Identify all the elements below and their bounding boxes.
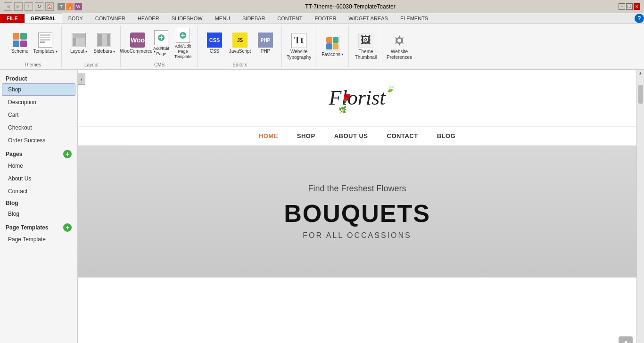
sidebar-main <box>102 34 106 46</box>
v-scroll-thumb[interactable] <box>638 85 643 104</box>
layout-items: Layout ▾ Sidebars ▾ <box>66 25 116 61</box>
add-page-btn[interactable]: + <box>63 150 72 158</box>
php-btn[interactable]: PHP PHP <box>253 29 278 57</box>
collapse-sidebar-btn[interactable]: ‹ <box>78 74 85 85</box>
tab-menu[interactable]: MENU <box>209 13 236 23</box>
nav-contact[interactable]: CONTACT <box>387 132 418 139</box>
tab-header[interactable]: HEADER <box>132 13 165 23</box>
website-preferences-btn[interactable]: Website Preferences <box>387 31 412 63</box>
tab-sidebar[interactable]: SIDEBAR <box>236 13 271 23</box>
woocommerce-btn[interactable]: Woo WooCommerce ▾ <box>125 29 150 57</box>
nav-about-us[interactable]: ABOUT US <box>334 132 368 139</box>
preview-hero: Find the Freshest Flowers BOUQUETS FOR A… <box>78 146 636 278</box>
close-btn[interactable]: ✕ <box>634 3 640 10</box>
favicons-icon <box>325 36 340 51</box>
vertical-scrollbar[interactable]: ▲ ▼ <box>636 70 644 343</box>
favicons-label: Favicons <box>322 52 340 57</box>
sidebar-item-shop[interactable]: Shop <box>2 83 75 96</box>
scheme-cell-4 <box>20 41 27 47</box>
thumbnail-icon: 🖼 <box>358 33 373 48</box>
restore-btn[interactable]: ❐ <box>626 3 633 10</box>
sidebar-item-contact[interactable]: Contact <box>2 185 75 197</box>
sidebars-btn[interactable]: Sidebars ▾ <box>92 29 116 57</box>
javascript-icon: JS <box>232 33 248 48</box>
woocommerce-icon: Woo <box>130 33 145 48</box>
sidebar-item-about-us[interactable]: About Us <box>2 172 75 185</box>
logo-container: F 🌹 lorist 🍃 🌿 <box>329 86 386 110</box>
add-edit-template-label: Add/Edit Page Template <box>174 44 192 59</box>
app-icon-woo: W <box>74 3 82 10</box>
layout-icon <box>71 33 86 48</box>
sidebar-item-description[interactable]: Description <box>2 96 75 108</box>
scroll-up-arrow[interactable]: ▲ <box>638 71 643 75</box>
add-template-btn[interactable]: + <box>63 223 72 232</box>
layout-label: Layout <box>70 49 84 54</box>
templates-btn[interactable]: Templates ▾ <box>33 29 58 57</box>
section-pages-title: Pages <box>6 151 22 157</box>
tab-body[interactable]: BODY <box>62 13 89 23</box>
tab-general[interactable]: GENERAL <box>25 13 62 23</box>
nav-forward-btn[interactable]: ▶ <box>14 2 23 11</box>
editors-items: CSS CSS JS JavaScript PHP PHP <box>202 25 278 61</box>
css-label: CSS <box>210 49 220 54</box>
title-bar-left: ◀ ▶ ↑ ↻ 🏠 T 🔥 W <box>4 2 82 11</box>
layout-btn[interactable]: Layout ▾ <box>66 29 91 57</box>
title-bar-controls: − ❐ ✕ <box>619 3 640 10</box>
scheme-icon <box>12 33 27 48</box>
tab-file[interactable]: FILE <box>0 14 25 23</box>
nav-up-btn[interactable]: ↑ <box>25 2 33 11</box>
minimize-btn[interactable]: − <box>619 3 625 10</box>
scroll-to-top-btn[interactable]: ⬆ <box>619 336 633 343</box>
nav-refresh-btn[interactable]: ↻ <box>35 2 43 11</box>
small-flower-icon: 🌿 <box>339 106 347 114</box>
tab-slideshow[interactable]: SLIDESHOW <box>165 13 209 23</box>
layout-label-row: Layout ▾ <box>70 49 87 54</box>
section-product-title: Product <box>2 74 75 83</box>
preview-nav: HOME SHOP ABOUT US CONTACT BLOG <box>78 126 636 146</box>
scheme-btn[interactable]: Scheme <box>8 29 32 57</box>
layout-top <box>73 34 85 38</box>
nav-items: HOME SHOP ABOUT US CONTACT BLOG <box>78 132 636 139</box>
nav-blog[interactable]: BLOG <box>437 132 456 139</box>
nav-shop[interactable]: SHOP <box>297 132 315 139</box>
layout-main <box>77 38 85 46</box>
hero-tagline: FOR ALL OCCASSIONS <box>303 231 411 240</box>
favicons-arrow: ▾ <box>341 52 343 57</box>
templates-line1 <box>40 34 50 36</box>
theme-thumbnail-btn[interactable]: 🖼 Theme Thumbnail <box>354 31 378 63</box>
tab-widget-areas[interactable]: WIDGET AREAS <box>342 13 394 23</box>
tab-footer[interactable]: FOOTER <box>309 13 343 23</box>
thumbnail-items: 🖼 Theme Thumbnail <box>354 25 378 67</box>
nav-home-btn[interactable]: 🏠 <box>45 2 54 11</box>
hero-subtitle: Find the Freshest Flowers <box>308 184 406 194</box>
sidebars-arrow: ▾ <box>113 49 115 54</box>
section-blog-title: Blog <box>2 198 75 207</box>
gear-svg <box>393 34 406 47</box>
typography-tt: Tt <box>294 35 304 46</box>
sidebar-item-blog[interactable]: Blog <box>2 208 75 220</box>
css-btn[interactable]: CSS CSS <box>202 29 227 57</box>
nav-home[interactable]: HOME <box>259 132 278 139</box>
templates-label-row: Templates ▾ <box>33 49 58 54</box>
hero-title: BOUQUETS <box>284 199 430 228</box>
typography-items: Tt Website Typography <box>287 25 311 67</box>
sidebar-item-page-template[interactable]: Page Template <box>2 233 75 245</box>
tab-elements[interactable]: ELEMENTS <box>394 13 434 23</box>
ribbon-group-website-prefs: Website Preferences <box>383 25 415 67</box>
website-typography-btn[interactable]: Tt Website Typography <box>287 31 311 63</box>
sidebar-item-order-success[interactable]: Order Success <box>2 134 75 147</box>
tab-content[interactable]: CONTENT <box>271 13 308 23</box>
themes-items: Scheme Templates ▾ <box>8 25 58 61</box>
javascript-btn[interactable]: JS JavaScript <box>228 29 252 57</box>
help-btn[interactable]: ? <box>635 14 644 23</box>
add-edit-page-btn[interactable]: + Add/Edit Page <box>151 28 172 59</box>
sidebar-item-checkout[interactable]: Checkout <box>2 122 75 134</box>
scheme-label: Scheme <box>11 49 29 54</box>
add-edit-page-template-btn[interactable]: + Add/Edit Page Template <box>173 25 193 61</box>
favicons-btn[interactable]: Favicons ▾ <box>320 33 345 61</box>
sidebar-item-home[interactable]: Home <box>2 160 75 172</box>
nav-back-btn[interactable]: ◀ <box>4 2 12 11</box>
tab-container[interactable]: CONTAINER <box>89 13 132 23</box>
sidebar-item-cart[interactable]: Cart <box>2 109 75 121</box>
prefs-items: Website Preferences <box>387 25 412 67</box>
